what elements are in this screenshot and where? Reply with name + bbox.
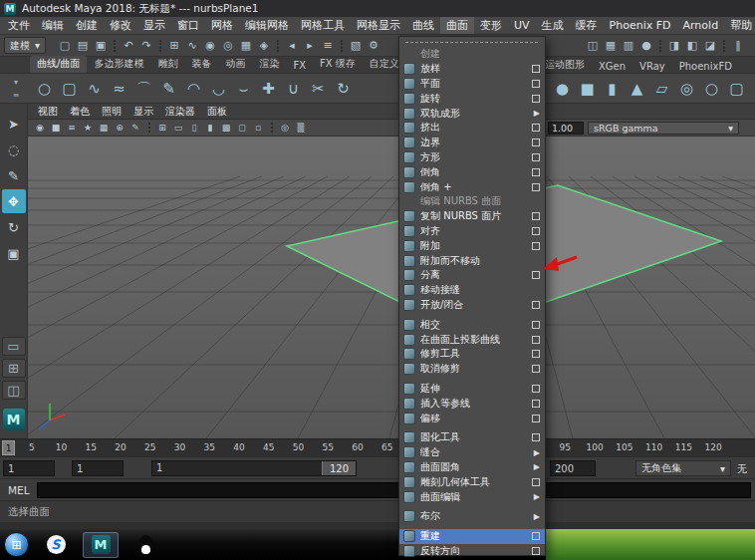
anim-start-field[interactable]: 1	[72, 460, 124, 476]
safe-title-icon[interactable]: ▫	[250, 121, 266, 135]
shelf-tab[interactable]: FX	[286, 59, 313, 73]
paint-select-tool[interactable]: ✎	[2, 163, 26, 187]
option-box-icon[interactable]	[532, 350, 540, 358]
menu-item[interactable]: 偏移 ▶	[399, 411, 545, 425]
attach-curves-icon[interactable]: ∪	[281, 77, 306, 102]
option-box-icon[interactable]	[532, 212, 540, 220]
menu-item[interactable]: 编辑 NURBS 曲面 ▶	[399, 194, 545, 209]
character-set-dropdown[interactable]: 无角色集 ▾	[635, 460, 731, 476]
layout-four-pane[interactable]: ⊞	[2, 359, 26, 378]
pencil-curve-icon[interactable]: ✎	[156, 77, 181, 102]
menu-item[interactable]: 曲面编辑 ▶	[399, 489, 545, 504]
menubar-item[interactable]: 编辑网格	[239, 17, 295, 34]
field-chart-icon[interactable]: ▩	[218, 121, 234, 135]
viewport-canvas[interactable]	[28, 137, 755, 438]
shelf-tab[interactable]: 动画	[218, 56, 252, 73]
start-button[interactable]: ⊞	[4, 532, 29, 557]
symmetry-icon[interactable]: ◫	[585, 38, 601, 54]
panel-menu-item[interactable]: 面板	[201, 105, 233, 119]
menu-item[interactable]: 开放/闭合 ▶	[399, 298, 545, 313]
film-gate-icon[interactable]: ▭	[170, 121, 186, 135]
shelf-tab[interactable]: 多边形建模	[87, 56, 150, 73]
shelf-tab[interactable]: VRay	[632, 60, 672, 74]
option-box-icon[interactable]	[532, 65, 540, 73]
menubar-item[interactable]: 曲面	[440, 17, 474, 34]
snap-grid-icon[interactable]: ⊞	[166, 38, 182, 54]
menubar-item[interactable]: 显示	[137, 17, 171, 34]
option-box-icon[interactable]	[532, 271, 540, 279]
menubar-item[interactable]: 网格	[205, 17, 239, 34]
safe-action-icon[interactable]: ◻	[234, 121, 250, 135]
open-close-curve-icon[interactable]: ↻	[331, 77, 356, 102]
option-box-icon[interactable]	[532, 532, 540, 540]
menu-item[interactable]: 倒角 + ▶	[399, 179, 545, 194]
shelf-tab[interactable]: 装备	[184, 56, 218, 73]
shelf-tab[interactable]: 运动图形	[538, 57, 592, 74]
snap-projected-center-icon[interactable]: ◎	[220, 38, 236, 54]
menu-item[interactable]: 缝合 ▶	[399, 445, 545, 460]
move-tool[interactable]: ✥	[2, 189, 26, 213]
command-line-label[interactable]: MEL	[8, 484, 30, 496]
menu-item[interactable]: 插入等参线 ▶	[399, 396, 545, 411]
option-box-icon[interactable]	[532, 80, 540, 88]
option-box-icon[interactable]	[532, 95, 540, 103]
nurbs-sphere-icon[interactable]: ●	[550, 77, 575, 102]
panel-menu-item[interactable]: 显示	[127, 105, 159, 119]
color-transform-dropdown[interactable]: sRGB gamma ▾	[588, 122, 739, 135]
channel-box-toggle-icon[interactable]: ◪	[702, 38, 718, 54]
menu-item[interactable]: 布尔 ▶	[399, 509, 545, 524]
option-box-icon[interactable]	[532, 242, 540, 250]
menu-item[interactable]: 复制 NURBS 面片 ▶	[399, 209, 545, 224]
menu-item[interactable]: 在曲面上投影曲线 ▶	[399, 332, 545, 347]
nurbs-circle2-icon[interactable]: ○	[699, 77, 724, 102]
menu-item[interactable]: 挤出 ▶	[399, 121, 545, 136]
redo-icon[interactable]: ↷	[138, 38, 154, 54]
qq[interactable]	[127, 532, 163, 558]
menubar-item[interactable]: 曲线	[406, 17, 440, 34]
option-box-icon[interactable]	[532, 415, 540, 422]
menubar-item[interactable]: UV	[508, 18, 536, 33]
menu-item[interactable]: 放样 ▶	[399, 62, 545, 77]
layout-two-pane[interactable]: ◫	[2, 381, 26, 400]
menu-item[interactable]: 重建 ▶	[399, 529, 545, 544]
curve-fillet-icon[interactable]: ⌣	[231, 77, 256, 102]
panel-menu-item[interactable]: 着色	[64, 105, 96, 119]
make-live-icon[interactable]: ◈	[256, 38, 272, 54]
tool-settings-toggle-icon[interactable]: ◧	[684, 38, 700, 54]
open-scene-icon[interactable]: ▤	[75, 38, 91, 54]
range-slider[interactable]: 1 120	[151, 460, 357, 476]
lasso-tool[interactable]: ◌	[2, 138, 26, 161]
nurbs-square-icon[interactable]: ▢	[57, 77, 82, 102]
select-tool[interactable]: ➤	[2, 112, 26, 136]
bookmarks-icon[interactable]: ★	[80, 121, 96, 135]
menubar-item[interactable]: 网格显示	[351, 17, 406, 34]
menubar-item[interactable]: 文件	[2, 17, 36, 34]
undo-icon[interactable]: ↶	[121, 38, 136, 54]
pan-zoom-icon[interactable]: ⊕	[112, 121, 127, 135]
menu-item[interactable]: 移动接缝 ▶	[399, 283, 545, 298]
camera-attributes-icon[interactable]: ≡	[64, 121, 80, 135]
menubar-item[interactable]: 编辑	[36, 17, 70, 34]
detach-curves-icon[interactable]: ✂	[306, 77, 331, 102]
option-box-icon[interactable]	[532, 168, 540, 176]
nurbs-cylinder-icon[interactable]: ▮	[600, 77, 625, 102]
render-settings-icon[interactable]: ⚙	[366, 38, 381, 54]
menubar-item[interactable]: 窗口	[171, 17, 205, 34]
snap-curve-icon[interactable]: ∿	[184, 38, 200, 54]
two-point-arc-icon[interactable]: ◡	[206, 77, 231, 102]
new-scene-icon[interactable]: ▢	[57, 38, 73, 54]
menu-item[interactable]: 创建 ▶	[399, 47, 545, 62]
menu-item[interactable]: 平面 ▶	[399, 77, 545, 92]
exposure-field[interactable]: 1.00	[548, 122, 584, 135]
menu-item[interactable]: 分离 ▶	[399, 268, 545, 283]
save-scene-icon[interactable]: ▣	[93, 38, 109, 54]
nurbs-torus-icon[interactable]: ◎	[674, 77, 699, 102]
menu-item[interactable]: 边界 ▶	[399, 136, 545, 150]
menu-item[interactable]: ▶	[399, 38, 545, 47]
menubar-item[interactable]: 生成	[536, 17, 570, 34]
time-slider[interactable]: 1 51015202530354045505560657075808590951…	[0, 438, 755, 456]
rotate-tool[interactable]: ↻	[2, 215, 26, 239]
menubar-item[interactable]: 创建	[70, 17, 104, 34]
option-box-icon[interactable]	[532, 139, 540, 146]
insert-knot-icon[interactable]: ✚	[256, 77, 281, 102]
